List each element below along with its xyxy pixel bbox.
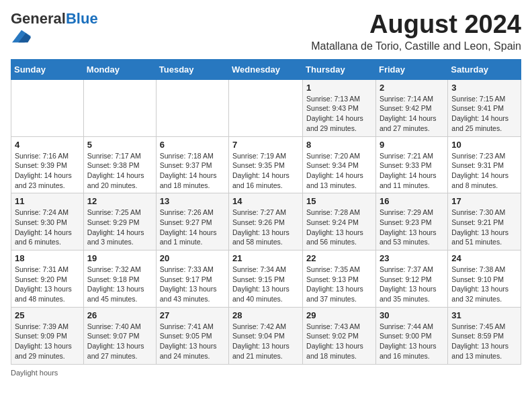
day-info: Sunrise: 7:33 AMSunset: 9:17 PMDaylight:… <box>160 265 225 304</box>
calendar-cell: 21Sunrise: 7:34 AMSunset: 9:15 PMDayligh… <box>229 250 303 308</box>
calendar-cell: 18Sunrise: 7:31 AMSunset: 9:20 PMDayligh… <box>11 250 84 308</box>
day-number: 7 <box>232 140 299 150</box>
day-number: 14 <box>232 196 299 206</box>
calendar-week-row: 11Sunrise: 7:24 AMSunset: 9:30 PMDayligh… <box>11 193 521 250</box>
day-number: 30 <box>380 310 444 320</box>
day-number: 17 <box>451 196 517 206</box>
logo: GeneralBlue <box>11 11 98 48</box>
day-number: 6 <box>160 140 225 150</box>
daylight-label: Daylight hours <box>11 369 58 377</box>
calendar-cell: 14Sunrise: 7:27 AMSunset: 9:26 PMDayligh… <box>229 193 303 250</box>
calendar-week-row: 25Sunrise: 7:39 AMSunset: 9:09 PMDayligh… <box>11 307 521 364</box>
calendar-cell: 19Sunrise: 7:32 AMSunset: 9:18 PMDayligh… <box>83 250 156 308</box>
day-number: 27 <box>160 310 225 320</box>
calendar-cell: 22Sunrise: 7:35 AMSunset: 9:13 PMDayligh… <box>303 250 376 308</box>
day-info: Sunrise: 7:15 AMSunset: 9:41 PMDaylight:… <box>451 94 517 134</box>
day-number: 20 <box>160 253 225 263</box>
day-number: 21 <box>232 253 299 263</box>
calendar-cell: 12Sunrise: 7:25 AMSunset: 9:29 PMDayligh… <box>83 193 156 250</box>
day-info: Sunrise: 7:41 AMSunset: 9:05 PMDaylight:… <box>160 322 225 361</box>
day-number: 24 <box>451 253 517 263</box>
day-info: Sunrise: 7:26 AMSunset: 9:27 PMDaylight:… <box>160 208 225 247</box>
calendar-week-row: 4Sunrise: 7:16 AMSunset: 9:39 PMDaylight… <box>11 136 521 193</box>
day-number: 25 <box>15 310 80 320</box>
weekday-header-sunday: Sunday <box>11 59 84 79</box>
day-info: Sunrise: 7:45 AMSunset: 8:59 PMDaylight:… <box>451 322 517 361</box>
calendar-cell: 4Sunrise: 7:16 AMSunset: 9:39 PMDaylight… <box>11 136 84 193</box>
calendar-cell <box>11 79 84 136</box>
day-info: Sunrise: 7:17 AMSunset: 9:38 PMDaylight:… <box>87 151 152 191</box>
day-info: Sunrise: 7:40 AMSunset: 9:07 PMDaylight:… <box>87 322 152 361</box>
calendar-cell: 25Sunrise: 7:39 AMSunset: 9:09 PMDayligh… <box>11 307 84 364</box>
day-number: 8 <box>306 140 372 150</box>
month-year-title: August 2024 <box>311 11 521 39</box>
day-info: Sunrise: 7:39 AMSunset: 9:09 PMDaylight:… <box>15 322 80 361</box>
calendar-cell: 3Sunrise: 7:15 AMSunset: 9:41 PMDaylight… <box>448 79 521 136</box>
day-number: 26 <box>87 310 152 320</box>
footer-note: Daylight hours <box>11 369 521 377</box>
day-info: Sunrise: 7:31 AMSunset: 9:20 PMDaylight:… <box>15 265 80 304</box>
calendar-cell: 15Sunrise: 7:28 AMSunset: 9:24 PMDayligh… <box>303 193 376 250</box>
calendar-cell <box>229 79 303 136</box>
weekday-header-friday: Friday <box>375 59 447 79</box>
day-info: Sunrise: 7:14 AMSunset: 9:42 PMDaylight:… <box>380 94 444 134</box>
calendar-cell: 16Sunrise: 7:29 AMSunset: 9:23 PMDayligh… <box>375 193 447 250</box>
day-info: Sunrise: 7:13 AMSunset: 9:43 PMDaylight:… <box>306 94 372 134</box>
day-number: 4 <box>15 140 80 150</box>
day-number: 22 <box>306 253 372 263</box>
calendar-week-row: 1Sunrise: 7:13 AMSunset: 9:43 PMDaylight… <box>11 79 521 136</box>
calendar-cell: 28Sunrise: 7:42 AMSunset: 9:04 PMDayligh… <box>229 307 303 364</box>
weekday-header-saturday: Saturday <box>448 59 521 79</box>
calendar-cell: 30Sunrise: 7:44 AMSunset: 9:00 PMDayligh… <box>375 307 447 364</box>
day-number: 12 <box>87 196 152 206</box>
day-info: Sunrise: 7:35 AMSunset: 9:13 PMDaylight:… <box>306 265 372 304</box>
calendar-cell: 5Sunrise: 7:17 AMSunset: 9:38 PMDaylight… <box>83 136 156 193</box>
calendar-cell: 17Sunrise: 7:30 AMSunset: 9:21 PMDayligh… <box>448 193 521 250</box>
day-info: Sunrise: 7:37 AMSunset: 9:12 PMDaylight:… <box>380 265 444 304</box>
day-number: 15 <box>306 196 372 206</box>
calendar-cell <box>83 79 156 136</box>
location-title: Matallana de Torio, Castille and Leon, S… <box>311 40 521 52</box>
calendar-cell: 1Sunrise: 7:13 AMSunset: 9:43 PMDaylight… <box>303 79 376 136</box>
day-number: 2 <box>380 83 444 93</box>
day-number: 5 <box>87 140 152 150</box>
day-info: Sunrise: 7:38 AMSunset: 9:10 PMDaylight:… <box>451 265 517 304</box>
day-info: Sunrise: 7:18 AMSunset: 9:37 PMDaylight:… <box>160 151 225 191</box>
day-number: 3 <box>451 83 517 93</box>
day-number: 13 <box>160 196 225 206</box>
calendar-cell: 6Sunrise: 7:18 AMSunset: 9:37 PMDaylight… <box>156 136 228 193</box>
day-number: 9 <box>380 140 444 150</box>
weekday-header-tuesday: Tuesday <box>156 59 228 79</box>
day-info: Sunrise: 7:29 AMSunset: 9:23 PMDaylight:… <box>380 208 444 247</box>
calendar-week-row: 18Sunrise: 7:31 AMSunset: 9:20 PMDayligh… <box>11 250 521 308</box>
calendar-cell <box>156 79 228 136</box>
day-info: Sunrise: 7:42 AMSunset: 9:04 PMDaylight:… <box>232 322 299 361</box>
day-number: 23 <box>380 253 444 263</box>
day-number: 18 <box>15 253 80 263</box>
day-info: Sunrise: 7:25 AMSunset: 9:29 PMDaylight:… <box>87 208 152 247</box>
day-info: Sunrise: 7:28 AMSunset: 9:24 PMDaylight:… <box>306 208 372 247</box>
logo-blue: Blue <box>66 10 98 27</box>
day-info: Sunrise: 7:16 AMSunset: 9:39 PMDaylight:… <box>15 151 80 191</box>
day-info: Sunrise: 7:20 AMSunset: 9:34 PMDaylight:… <box>306 151 372 191</box>
day-info: Sunrise: 7:21 AMSunset: 9:33 PMDaylight:… <box>380 151 444 191</box>
title-block: August 2024 Matallana de Torio, Castille… <box>311 11 521 52</box>
calendar-cell: 7Sunrise: 7:19 AMSunset: 9:35 PMDaylight… <box>229 136 303 193</box>
day-number: 1 <box>306 83 372 93</box>
day-info: Sunrise: 7:30 AMSunset: 9:21 PMDaylight:… <box>451 208 517 247</box>
day-number: 29 <box>306 310 372 320</box>
calendar-table: SundayMondayTuesdayWednesdayThursdayFrid… <box>11 59 521 365</box>
logo-general: General <box>11 10 66 27</box>
day-number: 11 <box>15 196 80 206</box>
calendar-cell: 24Sunrise: 7:38 AMSunset: 9:10 PMDayligh… <box>448 250 521 308</box>
calendar-cell: 23Sunrise: 7:37 AMSunset: 9:12 PMDayligh… <box>375 250 447 308</box>
calendar-cell: 27Sunrise: 7:41 AMSunset: 9:05 PMDayligh… <box>156 307 228 364</box>
day-number: 19 <box>87 253 152 263</box>
calendar-cell: 8Sunrise: 7:20 AMSunset: 9:34 PMDaylight… <box>303 136 376 193</box>
weekday-header-wednesday: Wednesday <box>229 59 303 79</box>
weekday-header-row: SundayMondayTuesdayWednesdayThursdayFrid… <box>11 59 521 79</box>
day-number: 28 <box>232 310 299 320</box>
calendar-cell: 20Sunrise: 7:33 AMSunset: 9:17 PMDayligh… <box>156 250 228 308</box>
weekday-header-thursday: Thursday <box>303 59 376 79</box>
logo-icon <box>12 27 31 46</box>
